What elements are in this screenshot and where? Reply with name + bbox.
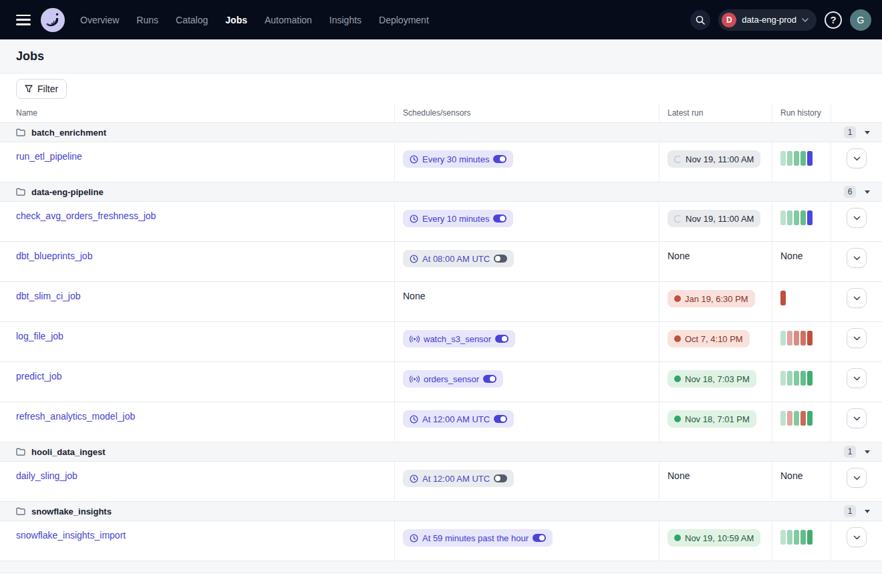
- run-history-bar[interactable]: [800, 331, 806, 345]
- run-history-bar[interactable]: [787, 331, 792, 345]
- run-history-bar[interactable]: [800, 530, 806, 545]
- row-expand-button[interactable]: [847, 368, 867, 388]
- dagster-logo-icon[interactable]: [40, 7, 65, 33]
- nav-item-deployment[interactable]: Deployment: [379, 15, 429, 25]
- latest-run-badge[interactable]: Nov 19, 11:00 AM: [668, 210, 760, 227]
- run-history-bar[interactable]: [800, 411, 806, 426]
- run-history-bar[interactable]: [794, 151, 799, 166]
- run-history-bar[interactable]: [794, 411, 799, 426]
- latest-run-badge[interactable]: Jan 19, 6:30 PM: [668, 290, 755, 307]
- run-history-bar[interactable]: [807, 371, 813, 386]
- folder-icon: [16, 128, 25, 136]
- toggle-off[interactable]: [494, 255, 507, 263]
- run-history-bar[interactable]: [787, 411, 792, 426]
- schedule-badge[interactable]: At 12:00 AM UTC: [403, 410, 514, 428]
- run-history-bar[interactable]: [800, 151, 806, 166]
- run-history-bar[interactable]: [780, 411, 786, 426]
- job-link[interactable]: refresh_analytics_model_job: [16, 411, 135, 422]
- toggle-on[interactable]: [493, 214, 506, 223]
- run-history-bar[interactable]: [780, 331, 786, 345]
- run-history-bar[interactable]: [787, 530, 792, 545]
- toggle-on[interactable]: [493, 155, 506, 163]
- filter-button[interactable]: Filter: [16, 79, 67, 99]
- latest-run-badge[interactable]: Nov 19, 10:59 AM: [668, 529, 760, 547]
- run-history-bar[interactable]: [807, 411, 813, 426]
- run-history-bar[interactable]: [780, 291, 786, 305]
- no-run-history-label: None: [780, 251, 802, 261]
- toggle-off[interactable]: [494, 474, 507, 482]
- toggle-on[interactable]: [483, 375, 496, 383]
- row-expand-button[interactable]: [847, 208, 867, 228]
- schedule-badge[interactable]: At 08:00 AM UTC: [403, 250, 514, 267]
- job-link[interactable]: dbt_blueprints_job: [16, 251, 92, 261]
- job-row-refresh_analytics_model_job: refresh_analytics_model_jobAt 12:00 AM U…: [0, 402, 882, 442]
- toggle-on[interactable]: [495, 335, 508, 343]
- run-history-bar[interactable]: [787, 151, 792, 166]
- collapse-caret-icon[interactable]: [865, 510, 870, 513]
- row-expand-button[interactable]: [847, 148, 867, 168]
- sensor-badge[interactable]: orders_sensor: [403, 370, 503, 388]
- run-history-bar[interactable]: [780, 371, 786, 386]
- nav-item-runs[interactable]: Runs: [136, 15, 158, 25]
- row-expand-button[interactable]: [847, 468, 867, 488]
- schedule-badge[interactable]: At 12:00 AM UTC: [403, 470, 514, 487]
- nav-item-automation[interactable]: Automation: [265, 15, 312, 25]
- run-history-bar[interactable]: [794, 210, 799, 225]
- job-link[interactable]: snowflake_insights_import: [16, 530, 126, 541]
- job-link[interactable]: daily_sling_job: [16, 470, 78, 481]
- job-link[interactable]: predict_job: [16, 371, 62, 382]
- sensor-icon: [410, 376, 420, 383]
- nav-links: OverviewRunsCatalogJobsAutomationInsight…: [80, 15, 429, 25]
- run-history-bar[interactable]: [794, 371, 799, 386]
- search-icon[interactable]: [690, 10, 710, 30]
- job-link[interactable]: dbt_slim_ci_job: [16, 291, 81, 301]
- row-expand-button[interactable]: [847, 328, 867, 348]
- row-expand-button[interactable]: [847, 527, 867, 547]
- nav-item-catalog[interactable]: Catalog: [176, 15, 208, 25]
- collapse-caret-icon[interactable]: [865, 450, 870, 454]
- run-history-bar[interactable]: [780, 210, 786, 225]
- run-history-bar[interactable]: [794, 331, 799, 345]
- run-history-bar[interactable]: [800, 210, 806, 225]
- group-row-batch_enrichment[interactable]: batch_enrichment1: [0, 123, 882, 142]
- row-expand-button[interactable]: [847, 288, 867, 308]
- run-history-bar[interactable]: [787, 210, 792, 225]
- sensor-badge[interactable]: watch_s3_sensor: [403, 330, 515, 347]
- run-history-bar[interactable]: [807, 530, 813, 545]
- collapse-caret-icon[interactable]: [865, 190, 870, 194]
- schedule-badge[interactable]: Every 30 minutes: [403, 150, 513, 168]
- job-count-badge: 1: [844, 505, 856, 517]
- run-history-bar[interactable]: [807, 331, 813, 345]
- run-history-bar[interactable]: [807, 151, 813, 166]
- job-link[interactable]: run_etl_pipeline: [16, 151, 82, 162]
- toggle-on[interactable]: [494, 415, 507, 423]
- run-history-bar[interactable]: [780, 151, 786, 166]
- latest-run-badge[interactable]: Oct 7, 4:10 PM: [668, 330, 750, 347]
- workspace-switcher[interactable]: D data-eng-prod: [718, 9, 817, 31]
- run-history-bar[interactable]: [807, 210, 813, 225]
- run-history-bar[interactable]: [787, 371, 792, 386]
- nav-item-overview[interactable]: Overview: [80, 15, 119, 25]
- group-row-hooli_data_ingest[interactable]: hooli_data_ingest1: [0, 442, 882, 462]
- collapse-caret-icon[interactable]: [865, 131, 870, 134]
- row-expand-button[interactable]: [847, 408, 867, 428]
- job-link[interactable]: check_avg_orders_freshness_job: [16, 210, 156, 221]
- toggle-on[interactable]: [533, 534, 546, 542]
- latest-run-badge[interactable]: Nov 19, 11:00 AM: [668, 150, 760, 168]
- help-icon[interactable]: ?: [825, 11, 842, 29]
- latest-run-badge[interactable]: Nov 18, 7:01 PM: [668, 410, 756, 428]
- group-row-snowflake_insights[interactable]: snowflake_insights1: [0, 502, 882, 521]
- nav-item-jobs[interactable]: Jobs: [225, 15, 247, 25]
- job-link[interactable]: log_file_job: [16, 331, 63, 341]
- run-history-bar[interactable]: [780, 530, 786, 545]
- schedule-badge[interactable]: Every 10 minutes: [403, 210, 513, 227]
- run-history-bar[interactable]: [794, 530, 799, 545]
- nav-item-insights[interactable]: Insights: [329, 15, 361, 25]
- schedule-badge[interactable]: At 59 minutes past the hour: [403, 529, 553, 547]
- run-history-bar[interactable]: [800, 371, 806, 386]
- group-row-data-eng-pipeline[interactable]: data-eng-pipeline6: [0, 182, 882, 202]
- menu-icon[interactable]: [16, 15, 31, 25]
- row-expand-button[interactable]: [847, 248, 867, 268]
- latest-run-badge[interactable]: Nov 18, 7:03 PM: [668, 370, 756, 388]
- user-avatar[interactable]: G: [850, 9, 871, 31]
